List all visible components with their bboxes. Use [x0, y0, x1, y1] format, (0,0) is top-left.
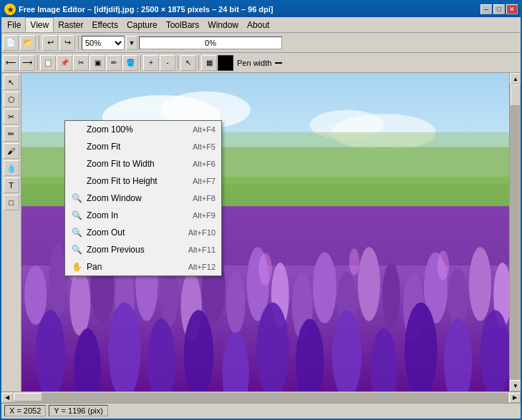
menu-item-toolbars[interactable]: ToolBars	[162, 17, 204, 32]
minimize-button[interactable]: ─	[480, 4, 492, 14]
toolbar-row-1: 📄 📂 ↩ ↪ 50% 100% 25% ▼ 0%	[1, 33, 521, 53]
toolbar-btn-open[interactable]: 📂	[20, 35, 36, 51]
menu-zoom-out[interactable]: 🔍 Zoom Out Alt+F10	[65, 224, 221, 241]
zoom-dropdown-arrow[interactable]: ▼	[126, 36, 137, 50]
menu-item-effects[interactable]: Effects	[87, 17, 122, 32]
tb2-btn-fill[interactable]: 🪣	[122, 55, 138, 71]
tb2-btn-hatching[interactable]: ▦	[201, 55, 217, 71]
scroll-down-button[interactable]: ▼	[510, 380, 521, 391]
scroll-left-button[interactable]: ◀	[1, 393, 13, 403]
title-bar-text: Free Image Editor – [idfjdifj.jpg : 2500…	[19, 5, 273, 14]
tb2-sep-1	[37, 56, 38, 70]
app-icon: ★	[4, 4, 16, 15]
title-bar: ★ Free Image Editor – [idfjdifj.jpg : 25…	[1, 1, 521, 17]
menu-pan[interactable]: ✋ Pan Alt+F12	[65, 258, 221, 275]
menu-zoom-fit-height[interactable]: Zoom Fit to Height Alt+F7	[65, 172, 221, 190]
lt-btn-lasso[interactable]: ⬡	[4, 92, 19, 107]
x-coord-display: X = 2052	[4, 405, 46, 416]
svg-point-30	[469, 247, 491, 321]
toolbar-btn-new[interactable]: 📄	[3, 35, 19, 51]
tb2-btn-zoom-out[interactable]: -	[160, 55, 175, 71]
horizontal-scrollbar: ◀ ▶	[1, 391, 521, 403]
tb2-btn-draw[interactable]: ✏	[106, 55, 122, 71]
svg-point-19	[226, 271, 246, 333]
tb2-sep-3	[178, 56, 178, 70]
close-button[interactable]: ✕	[506, 4, 518, 14]
toolbar-sep-2	[78, 36, 79, 50]
menu-item-view[interactable]: View	[25, 17, 54, 32]
tb2-btn-copy[interactable]: 📋	[40, 55, 56, 71]
zoom-fit-icon	[71, 141, 82, 152]
menu-zoom-window[interactable]: 🔍 Zoom Window Alt+F8	[65, 190, 221, 207]
svg-point-49	[438, 250, 450, 280]
progress-bar: 0%	[139, 36, 282, 49]
lt-btn-text[interactable]: T	[4, 177, 19, 193]
tb2-btn-2[interactable]: ⟶	[19, 55, 35, 71]
lt-btn-shapes[interactable]: □	[4, 195, 19, 210]
toolbar-btn-redo[interactable]: ↪	[59, 35, 75, 51]
h-scroll-thumb[interactable]	[14, 393, 42, 401]
lt-btn-fill[interactable]: 💧	[4, 160, 19, 176]
toolbar-row-2: ⟵ ⟶ 📋 📌 ✂ ▣ ✏ 🪣 + - ↖ ▦ Pen width	[1, 53, 521, 73]
pen-width-label: Pen width	[237, 59, 271, 67]
lt-btn-select[interactable]: ↖	[4, 74, 19, 90]
svg-point-25	[358, 247, 380, 321]
h-scroll-track[interactable]	[14, 393, 508, 403]
canvas-area: Zoom 100% Alt+F4 Zoom Fit Alt+F5 Zoom Fi…	[21, 73, 509, 391]
lt-btn-pencil[interactable]: ✏	[4, 126, 19, 142]
tb2-btn-sel[interactable]: ▣	[90, 55, 105, 71]
menu-item-capture[interactable]: Capture	[122, 17, 162, 32]
left-toolbar: ↖ ⬡ ✂ ✏ 🖌 💧 T □	[1, 73, 21, 391]
svg-point-26	[382, 263, 400, 328]
tb2-btn-pw-1[interactable]	[275, 62, 282, 64]
toolbar-btn-undo[interactable]: ↩	[42, 35, 58, 51]
status-bar: X = 2052 Y = 1196 (pix)	[1, 403, 521, 417]
zoom-select[interactable]: 50% 100% 25%	[82, 36, 125, 50]
zoom-100-icon	[71, 124, 82, 135]
svg-point-47	[258, 253, 272, 285]
lt-btn-crop[interactable]: ✂	[4, 109, 19, 124]
lt-btn-brush[interactable]: 🖌	[4, 143, 19, 159]
tb2-btn-paste[interactable]: 📌	[57, 55, 72, 71]
tb2-btn-1[interactable]: ⟵	[3, 55, 19, 71]
tb2-btn-cut[interactable]: ✂	[73, 55, 89, 71]
menu-item-window[interactable]: Window	[203, 17, 243, 32]
menu-item-file[interactable]: File	[3, 17, 25, 32]
pan-icon: ✋	[71, 261, 82, 273]
menu-zoom-100[interactable]: Zoom 100% Alt+F4	[65, 121, 221, 138]
menu-zoom-fit[interactable]: Zoom Fit Alt+F5	[65, 138, 221, 155]
zoom-fit-height-icon	[71, 175, 82, 187]
v-scroll-track[interactable]	[510, 84, 521, 380]
menu-bar: File View Raster Effects Capture ToolBar…	[1, 17, 521, 33]
main-area: ↖ ⬡ ✂ ✏ 🖌 💧 T □	[1, 73, 521, 391]
zoom-fit-width-icon	[71, 158, 82, 170]
vertical-scrollbar: ▲ ▼	[509, 73, 521, 391]
zoom-window-icon: 🔍	[71, 192, 82, 204]
zoom-previous-icon: 🔍	[71, 244, 82, 255]
view-dropdown-menu: Zoom 100% Alt+F4 Zoom Fit Alt+F5 Zoom Fi…	[64, 120, 222, 276]
scroll-right-button[interactable]: ▶	[509, 393, 521, 403]
menu-zoom-previous[interactable]: 🔍 Zoom Previous Alt+F11	[65, 241, 221, 258]
tb2-btn-cursor[interactable]: ↖	[180, 55, 196, 71]
tb2-sep-2	[140, 56, 141, 70]
y-coord-display: Y = 1196 (pix)	[49, 405, 108, 416]
maximize-button[interactable]: □	[493, 4, 505, 14]
menu-zoom-fit-width[interactable]: Zoom Fit to Width Alt+F6	[65, 155, 221, 172]
scroll-up-button[interactable]: ▲	[510, 73, 521, 84]
menu-item-about[interactable]: About	[243, 17, 274, 32]
v-scroll-thumb[interactable]	[511, 84, 521, 106]
tb2-btn-zoom-in[interactable]: +	[143, 55, 159, 71]
title-bar-controls: ─ □ ✕	[480, 4, 518, 14]
tb2-btn-color[interactable]	[218, 55, 233, 71]
svg-point-48	[349, 248, 359, 275]
toolbar-sep-1	[39, 36, 39, 50]
zoom-out-icon: 🔍	[71, 227, 82, 238]
svg-point-23	[313, 252, 337, 323]
tb2-sep-4	[198, 56, 199, 70]
menu-zoom-in[interactable]: 🔍 Zoom In Alt+F9	[65, 207, 221, 224]
menu-item-raster[interactable]: Raster	[54, 17, 87, 32]
zoom-in-icon: 🔍	[71, 210, 82, 221]
